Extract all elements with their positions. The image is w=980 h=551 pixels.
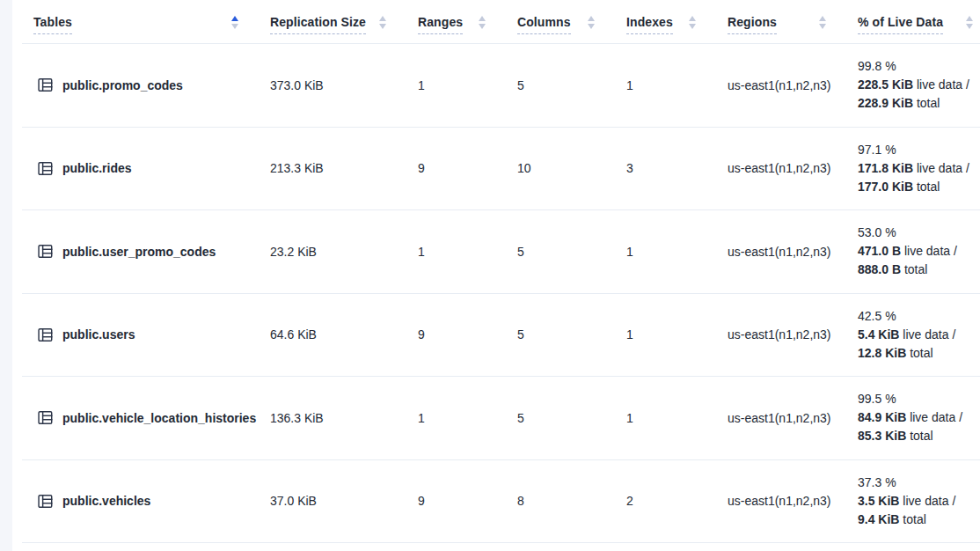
live-data-percent: 99.8 % bbox=[858, 57, 896, 76]
column-header-label: % of Live Data bbox=[858, 15, 943, 34]
column-header-replication-size[interactable]: Replication Size bbox=[260, 0, 407, 43]
column-header-label: Ranges bbox=[418, 15, 463, 34]
sort-desc-arrow-icon bbox=[479, 24, 486, 29]
columns-cell: 5 bbox=[507, 294, 616, 377]
table-name-cell[interactable]: public.promo_codes bbox=[22, 44, 260, 127]
sort-icon[interactable] bbox=[588, 16, 595, 29]
ranges-cell: 1 bbox=[407, 44, 507, 127]
regions-cell: us-east1(n1,n2,n3) bbox=[717, 377, 847, 459]
table-icon bbox=[38, 327, 53, 342]
table-icon bbox=[38, 244, 53, 259]
indexes-cell: 1 bbox=[616, 210, 717, 293]
table-name-cell[interactable]: public.user_promo_codes bbox=[22, 210, 260, 293]
column-header-of-live-data[interactable]: % of Live Data bbox=[847, 0, 980, 43]
column-header-label: Columns bbox=[517, 15, 571, 34]
live-data-cell: 99.8 % 228.5 KiB live data / 228.9 KiB t… bbox=[847, 44, 980, 127]
live-data-percent: 99.5 % bbox=[858, 390, 896, 408]
table-row[interactable]: public.vehicle_location_histories 136.3 … bbox=[22, 377, 980, 460]
live-data-cell: 99.5 % 84.9 KiB live data / 85.3 KiB tot… bbox=[847, 377, 980, 459]
ranges-cell: 1 bbox=[407, 377, 507, 459]
total-data-size: 9.4 KiB total bbox=[858, 511, 926, 529]
indexes-cell: 1 bbox=[616, 377, 717, 459]
replication-size-cell: 136.3 KiB bbox=[260, 377, 407, 459]
columns-cell: 5 bbox=[507, 377, 616, 459]
table-row[interactable]: public.rides 213.3 KiB 9 10 3 us-east1(n… bbox=[22, 128, 980, 211]
sort-desc-arrow-icon bbox=[689, 24, 696, 29]
total-data-size: 228.9 KiB total bbox=[858, 94, 940, 113]
tables-list-card: Tables Replication Size Ranges Columns I… bbox=[12, 0, 980, 551]
sort-asc-arrow-icon bbox=[966, 16, 973, 21]
sort-icon[interactable] bbox=[479, 16, 486, 29]
replication-size-cell: 373.0 KiB bbox=[260, 44, 407, 127]
sort-icon[interactable] bbox=[231, 16, 238, 29]
sort-asc-arrow-icon bbox=[819, 16, 826, 21]
sort-icon[interactable] bbox=[819, 16, 826, 29]
regions-cell: us-east1(n1,n2,n3) bbox=[717, 460, 847, 543]
sort-icon[interactable] bbox=[966, 16, 973, 29]
column-header-label: Replication Size bbox=[270, 15, 366, 34]
column-header-columns[interactable]: Columns bbox=[507, 0, 616, 43]
table-icon bbox=[38, 410, 53, 425]
table-name-link[interactable]: public.user_promo_codes bbox=[62, 245, 216, 259]
table-name-link[interactable]: public.rides bbox=[62, 161, 132, 175]
live-data-size: 228.5 KiB live data / bbox=[858, 76, 969, 94]
table-name-cell[interactable]: public.rides bbox=[22, 128, 260, 210]
column-header-regions[interactable]: Regions bbox=[717, 0, 847, 43]
table-name-cell[interactable]: public.vehicle_location_histories bbox=[22, 377, 260, 459]
live-data-cell: 42.5 % 5.4 KiB live data / 12.8 KiB tota… bbox=[847, 294, 980, 377]
indexes-cell: 2 bbox=[616, 460, 717, 543]
regions-cell: us-east1(n1,n2,n3) bbox=[717, 294, 847, 377]
total-data-size: 177.0 KiB total bbox=[858, 178, 940, 196]
sort-asc-arrow-icon bbox=[231, 16, 238, 21]
sort-asc-arrow-icon bbox=[588, 16, 595, 21]
total-data-size: 12.8 KiB total bbox=[858, 344, 933, 363]
replication-size-cell: 64.6 KiB bbox=[260, 294, 407, 377]
column-header-label: Tables bbox=[33, 15, 72, 34]
table-name-cell[interactable]: public.vehicles bbox=[22, 460, 260, 543]
live-data-percent: 53.0 % bbox=[858, 224, 896, 242]
columns-cell: 5 bbox=[507, 44, 616, 127]
ranges-cell: 9 bbox=[407, 460, 507, 543]
regions-cell: us-east1(n1,n2,n3) bbox=[717, 44, 847, 127]
live-data-size: 171.8 KiB live data / bbox=[858, 159, 969, 178]
table-icon bbox=[38, 494, 53, 509]
column-header-ranges[interactable]: Ranges bbox=[407, 0, 507, 43]
table-body: public.promo_codes 373.0 KiB 1 5 1 us-ea… bbox=[22, 44, 980, 543]
table-icon bbox=[38, 161, 53, 176]
sort-desc-arrow-icon bbox=[966, 24, 973, 29]
regions-cell: us-east1(n1,n2,n3) bbox=[717, 210, 847, 293]
ranges-cell: 1 bbox=[407, 210, 507, 293]
column-header-label: Indexes bbox=[626, 15, 673, 34]
total-data-size: 888.0 B total bbox=[858, 261, 927, 279]
column-header-label: Regions bbox=[728, 15, 777, 34]
columns-cell: 8 bbox=[507, 460, 616, 543]
sort-desc-arrow-icon bbox=[819, 24, 826, 29]
table-name-link[interactable]: public.vehicles bbox=[62, 494, 150, 508]
table-header-row: Tables Replication Size Ranges Columns I… bbox=[22, 0, 980, 44]
table-row[interactable]: public.user_promo_codes 23.2 KiB 1 5 1 u… bbox=[22, 210, 980, 294]
replication-size-cell: 23.2 KiB bbox=[260, 210, 407, 293]
column-header-indexes[interactable]: Indexes bbox=[616, 0, 717, 43]
sort-icon[interactable] bbox=[379, 16, 386, 29]
live-data-size: 471.0 B live data / bbox=[858, 242, 957, 261]
columns-cell: 10 bbox=[507, 128, 616, 210]
live-data-percent: 97.1 % bbox=[858, 141, 896, 159]
table-row[interactable]: public.users 64.6 KiB 9 5 1 us-east1(n1,… bbox=[22, 294, 980, 378]
table-name-link[interactable]: public.users bbox=[62, 327, 135, 342]
ranges-cell: 9 bbox=[407, 294, 507, 377]
indexes-cell: 3 bbox=[616, 128, 717, 210]
table-row[interactable]: public.promo_codes 373.0 KiB 1 5 1 us-ea… bbox=[22, 44, 980, 128]
table-row[interactable]: public.vehicles 37.0 KiB 9 8 2 us-east1(… bbox=[22, 460, 980, 544]
sort-icon[interactable] bbox=[689, 16, 696, 29]
live-data-size: 5.4 KiB live data / bbox=[858, 326, 955, 344]
table-name-cell[interactable]: public.users bbox=[22, 294, 260, 377]
total-data-size: 85.3 KiB total bbox=[858, 427, 933, 445]
live-data-size: 84.9 KiB live data / bbox=[858, 408, 962, 427]
replication-size-cell: 37.0 KiB bbox=[260, 460, 407, 543]
regions-cell: us-east1(n1,n2,n3) bbox=[717, 128, 847, 210]
table-name-link[interactable]: public.vehicle_location_histories bbox=[62, 411, 256, 425]
column-header-tables[interactable]: Tables bbox=[22, 0, 260, 43]
table-name-link[interactable]: public.promo_codes bbox=[62, 78, 183, 92]
columns-cell: 5 bbox=[507, 210, 616, 293]
live-data-percent: 37.3 % bbox=[858, 474, 896, 492]
